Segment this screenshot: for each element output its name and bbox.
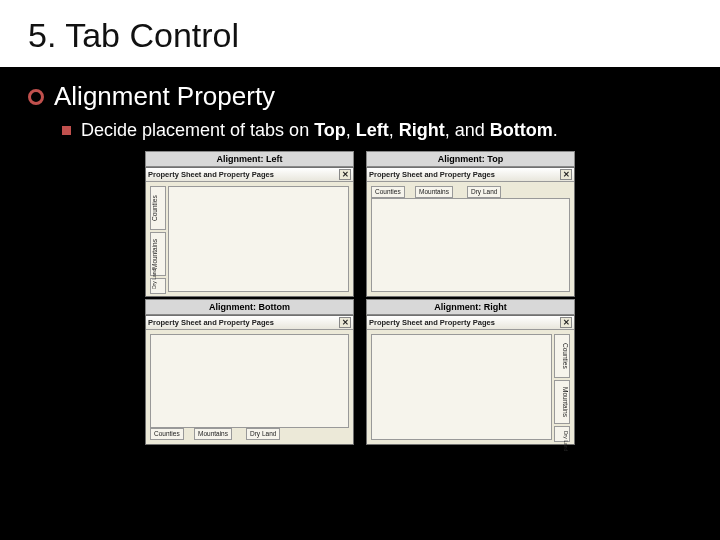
close-icon[interactable]: ✕	[339, 169, 351, 180]
close-icon[interactable]: ✕	[560, 317, 572, 328]
kw-right: Right	[399, 120, 445, 140]
slide-title: 5. Tab Control	[28, 16, 692, 55]
square-bullet-icon	[62, 126, 71, 135]
dialog-right: Property Sheet and Property Pages ✕ Coun…	[366, 315, 575, 445]
example-panels-grid: Alignment: Left Property Sheet and Prope…	[145, 151, 575, 445]
tab-counties[interactable]: Counties	[371, 186, 405, 198]
title-band: 5. Tab Control	[0, 0, 720, 67]
kw-top: Top	[314, 120, 346, 140]
tab-mountains[interactable]: Mountains	[194, 428, 232, 440]
sub-sep3: , and	[445, 120, 490, 140]
dialog-bottom: Property Sheet and Property Pages ✕ Coun…	[145, 315, 354, 445]
tab-counties[interactable]: Counties	[150, 186, 166, 230]
panel-right: Alignment: Right Property Sheet and Prop…	[366, 299, 575, 445]
tab-dryland[interactable]: Dry Land	[467, 186, 501, 198]
tab-control-area	[371, 334, 552, 440]
bullet-level-1: Alignment Property	[28, 81, 692, 112]
tab-mountains[interactable]: Mountains	[554, 380, 570, 424]
sub-sep2: ,	[389, 120, 399, 140]
tab-mountains[interactable]: Mountains	[415, 186, 453, 198]
dialog-body: Counties Mountains Dry Land	[367, 182, 574, 296]
dialog-top: Property Sheet and Property Pages ✕ Coun…	[366, 167, 575, 297]
dialog-body: Counties Mountains Dry Land	[146, 330, 353, 444]
caption-right: Alignment: Right	[366, 299, 575, 315]
tab-control-area	[168, 186, 349, 292]
dialog-titlebar: Property Sheet and Property Pages ✕	[367, 168, 574, 182]
tab-dryland[interactable]: Dry Land	[246, 428, 280, 440]
sub-prefix: Decide placement of tabs on	[81, 120, 314, 140]
dialog-titlebar: Property Sheet and Property Pages ✕	[146, 316, 353, 330]
kw-bottom: Bottom	[490, 120, 553, 140]
ring-bullet-icon	[28, 89, 44, 105]
dialog-titlebar: Property Sheet and Property Pages ✕	[367, 316, 574, 330]
kw-left: Left	[356, 120, 389, 140]
tab-control-area	[371, 198, 570, 292]
dialog-left: Property Sheet and Property Pages ✕ Coun…	[145, 167, 354, 297]
dialog-title-text: Property Sheet and Property Pages	[369, 318, 495, 327]
dialog-body: Counties Mountains Dry Land	[367, 330, 574, 444]
sub-suffix: .	[553, 120, 558, 140]
dialog-title-text: Property Sheet and Property Pages	[148, 318, 274, 327]
tab-dryland[interactable]: Dry Land	[554, 426, 570, 442]
dialog-title-text: Property Sheet and Property Pages	[148, 170, 274, 179]
panel-top: Alignment: Top Property Sheet and Proper…	[366, 151, 575, 297]
dialog-titlebar: Property Sheet and Property Pages ✕	[146, 168, 353, 182]
tab-counties[interactable]: Counties	[150, 428, 184, 440]
caption-left: Alignment: Left	[145, 151, 354, 167]
panel-bottom: Alignment: Bottom Property Sheet and Pro…	[145, 299, 354, 445]
dialog-body: Counties Mountains Dry Land	[146, 182, 353, 296]
caption-top: Alignment: Top	[366, 151, 575, 167]
bullet-text: Alignment Property	[54, 81, 275, 112]
tab-control-area	[150, 334, 349, 428]
panel-left: Alignment: Left Property Sheet and Prope…	[145, 151, 354, 297]
tab-counties[interactable]: Counties	[554, 334, 570, 378]
close-icon[interactable]: ✕	[339, 317, 351, 328]
sub-bullet-text: Decide placement of tabs on Top, Left, R…	[81, 120, 558, 141]
sub-sep1: ,	[346, 120, 356, 140]
close-icon[interactable]: ✕	[560, 169, 572, 180]
caption-bottom: Alignment: Bottom	[145, 299, 354, 315]
bullet-level-2: Decide placement of tabs on Top, Left, R…	[62, 120, 692, 141]
dialog-title-text: Property Sheet and Property Pages	[369, 170, 495, 179]
content-area: Alignment Property Decide placement of t…	[0, 67, 720, 445]
tab-dryland[interactable]: Dry Land	[150, 278, 166, 294]
